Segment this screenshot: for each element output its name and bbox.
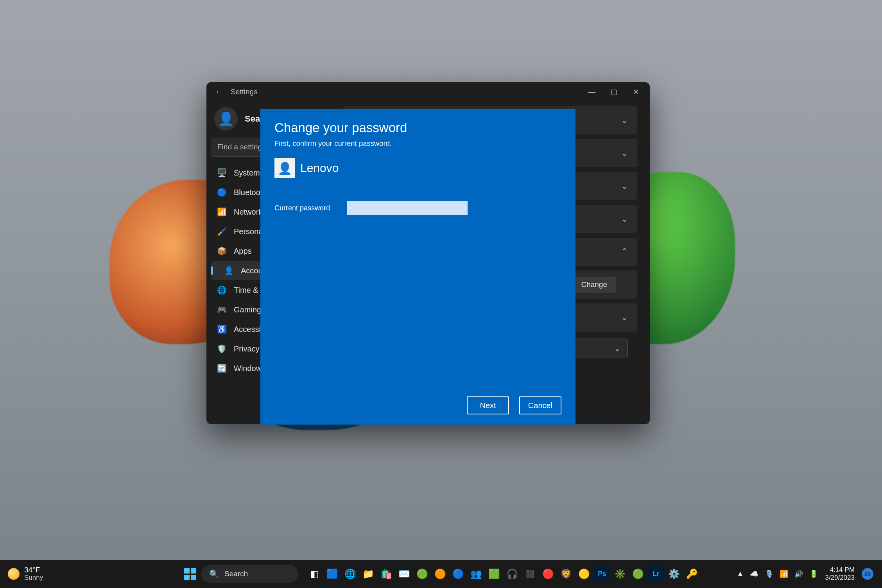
- window-controls: — ▢ ✕: [581, 82, 647, 101]
- weather-icon: [8, 568, 20, 580]
- taskbar-app-widgets[interactable]: 🟦: [324, 566, 341, 582]
- app-title: Settings: [231, 88, 258, 96]
- clock-date: 3/29/2023: [825, 574, 855, 582]
- taskbar-app-discord[interactable]: 🎧: [504, 566, 520, 582]
- taskbar-app-task-view[interactable]: ◧: [306, 566, 323, 582]
- back-button[interactable]: ←: [213, 86, 225, 98]
- nav-icon: 🎮: [217, 305, 227, 314]
- taskbar-app-store[interactable]: 🛍️: [378, 566, 394, 582]
- avatar-icon: 👤: [214, 107, 238, 131]
- nav-icon: 🖌️: [217, 227, 227, 236]
- search-placeholder: Find a setting: [217, 143, 262, 151]
- taskbar-app-obsidian[interactable]: ◼️: [522, 566, 538, 582]
- system-tray: ▲☁️🎙️📶🔊🔋 4:14 PM 3/29/2023 22: [737, 566, 878, 581]
- weather-widget[interactable]: 34°F Sunny: [4, 566, 43, 582]
- account-name: Lenovo: [300, 161, 339, 175]
- clock-time: 4:14 PM: [825, 566, 855, 574]
- taskbar-app-onepassword[interactable]: 🔑: [684, 566, 700, 582]
- tray-icons: ▲☁️🎙️📶🔊🔋: [737, 570, 818, 578]
- taskbar-app-word[interactable]: 🔵: [450, 566, 466, 582]
- weather-condition: Sunny: [24, 574, 43, 582]
- modal-subtitle: First, confirm your current password.: [274, 139, 561, 148]
- taskbar-app-spotify[interactable]: 🟩: [486, 566, 502, 582]
- chevron-down-icon: ⌄: [621, 312, 628, 323]
- chevron-down-icon: ⌄: [614, 344, 620, 353]
- taskbar-apps: ◧🟦🌐📁🛍️✉️🟢🟠🔵👥🟩🎧◼️🔴🦁🟡Ps✳️🟢Lr⚙️🔑: [306, 566, 700, 582]
- clock[interactable]: 4:14 PM 3/29/2023: [825, 566, 855, 581]
- taskbar-app-browser[interactable]: 🟠: [432, 566, 448, 582]
- nav-icon: 🌐: [217, 285, 227, 295]
- modal-account-row: 👤 Lenovo: [274, 158, 561, 178]
- titlebar: ← Settings — ▢ ✕: [206, 82, 650, 102]
- change-password-modal: Change your password First, confirm your…: [260, 109, 575, 425]
- taskbar-app-edge[interactable]: 🌐: [342, 566, 359, 582]
- notification-badge[interactable]: 22: [862, 568, 873, 580]
- cancel-button[interactable]: Cancel: [519, 396, 561, 414]
- maximize-button[interactable]: ▢: [603, 82, 625, 101]
- chevron-up-icon: ⌃: [621, 247, 628, 257]
- nav-icon: 🔄: [217, 364, 227, 373]
- current-password-label: Current password: [274, 204, 337, 212]
- tray-icon-0[interactable]: ▲: [737, 570, 744, 578]
- change-button[interactable]: Change: [572, 277, 616, 292]
- chevron-down-icon: ⌄: [621, 115, 628, 125]
- taskbar-app-edge-dev[interactable]: 🟢: [414, 566, 430, 582]
- tray-icon-3[interactable]: 📶: [780, 570, 788, 578]
- taskbar-app-teams[interactable]: 👥: [468, 566, 484, 582]
- tray-icon-1[interactable]: ☁️: [750, 570, 758, 578]
- taskbar-app-lightroom[interactable]: Lr: [648, 566, 664, 582]
- taskbar-app-slack[interactable]: ✳️: [612, 566, 628, 582]
- nav-icon: 🔵: [217, 188, 227, 197]
- current-password-input[interactable]: [347, 201, 468, 215]
- start-button[interactable]: [182, 566, 198, 582]
- taskbar: 34°F Sunny 🔍 Search ◧🟦🌐📁🛍️✉️🟢🟠🔵👥🟩🎧◼️🔴🦁🟡P…: [0, 560, 882, 588]
- next-button[interactable]: Next: [467, 396, 509, 414]
- nav-icon: 👤: [224, 266, 234, 275]
- chevron-down-icon: ⌄: [621, 214, 628, 224]
- taskbar-app-edge-canary[interactable]: 🟡: [576, 566, 592, 582]
- nav-icon: 🖥️: [217, 168, 227, 177]
- nav-icon: 📦: [217, 246, 227, 256]
- weather-text: 34°F Sunny: [24, 566, 43, 582]
- taskbar-app-photoshop[interactable]: Ps: [594, 566, 610, 582]
- current-password-row: Current password: [274, 201, 561, 215]
- taskbar-app-chrome[interactable]: 🔴: [540, 566, 556, 582]
- search-label: Search: [224, 570, 248, 578]
- minimize-button[interactable]: —: [581, 82, 603, 101]
- nav-label: Gaming: [234, 305, 261, 314]
- close-button[interactable]: ✕: [625, 82, 647, 101]
- nav-icon: ♿: [217, 324, 227, 334]
- nav-label: Apps: [234, 247, 252, 256]
- taskbar-app-mail[interactable]: ✉️: [396, 566, 412, 582]
- modal-buttons: Next Cancel: [274, 396, 561, 414]
- tray-icon-5[interactable]: 🔋: [809, 570, 818, 578]
- search-icon: 🔍: [209, 569, 219, 579]
- taskbar-app-chrome2[interactable]: 🟢: [630, 566, 646, 582]
- nav-label: System: [234, 169, 260, 177]
- weather-temp: 34°F: [24, 566, 43, 574]
- taskbar-app-brave[interactable]: 🦁: [558, 566, 574, 582]
- nav-icon: 📶: [217, 207, 227, 217]
- chevron-down-icon: ⌄: [621, 148, 628, 158]
- nav-icon: 🛡️: [217, 344, 227, 353]
- account-avatar-icon: 👤: [274, 158, 295, 178]
- tray-icon-2[interactable]: 🎙️: [765, 570, 773, 578]
- modal-title: Change your password: [274, 120, 561, 135]
- taskbar-app-file-explorer[interactable]: 📁: [360, 566, 376, 582]
- chevron-down-icon: ⌄: [621, 181, 628, 191]
- taskbar-center: 🔍 Search ◧🟦🌐📁🛍️✉️🟢🟠🔵👥🟩🎧◼️🔴🦁🟡Ps✳️🟢Lr⚙️🔑: [182, 565, 700, 583]
- tray-icon-4[interactable]: 🔊: [794, 570, 803, 578]
- taskbar-search[interactable]: 🔍 Search: [201, 565, 298, 583]
- taskbar-app-settings[interactable]: ⚙️: [666, 566, 682, 582]
